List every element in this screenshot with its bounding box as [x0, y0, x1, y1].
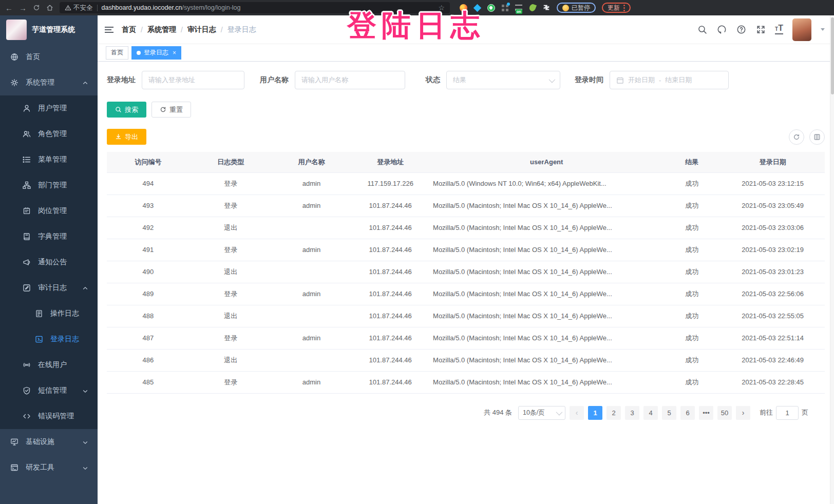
app-logo [6, 20, 27, 40]
sidebar-item-9[interactable]: 审计日志 [0, 275, 98, 301]
sidebar-item-label: 首页 [26, 52, 40, 62]
forward-icon[interactable]: → [19, 4, 27, 12]
breadcrumb-system[interactable]: 系统管理 [147, 25, 176, 34]
address-bar[interactable]: 不安全 dashboard.yudao.iocoder.cn/system/lo… [60, 2, 450, 13]
table-cell: 493 [107, 195, 189, 217]
sidebar-item-2[interactable]: 用户管理 [0, 95, 98, 121]
sidebar-item-5[interactable]: 部门管理 [0, 172, 98, 198]
sidebar-item-label: 字典管理 [38, 232, 67, 241]
infra-icon [10, 438, 18, 446]
status-label: 状态 [426, 75, 440, 85]
column-settings-button[interactable] [809, 129, 825, 145]
blue-diamond-extension-icon[interactable] [473, 4, 481, 12]
status-select[interactable]: 结果 [446, 71, 560, 89]
list-extension-icon[interactable]: on [515, 4, 523, 12]
tag-login-log[interactable]: 登录日志 × [131, 46, 181, 60]
sidebar-item-0[interactable]: 首页 [0, 44, 98, 70]
sidebar-item-10[interactable]: 操作日志 [0, 301, 98, 326]
username-input[interactable]: 请输入用户名称 [295, 71, 405, 89]
table-row: 489登录admin101.87.244.46Mozilla/5.0 (Maci… [107, 283, 825, 305]
app-logo-row[interactable]: 芋道管理系统 [0, 15, 98, 44]
sidebar-item-6[interactable]: 岗位管理 [0, 198, 98, 224]
table-cell: 登录 [189, 239, 272, 261]
page-button-50[interactable]: 50 [717, 406, 732, 420]
not-secure-warning[interactable]: 不安全 [65, 4, 93, 12]
sidebar-item-3[interactable]: 角色管理 [0, 121, 98, 147]
sidebar-menu: 首页系统管理用户管理角色管理菜单管理部门管理岗位管理字典管理通知公告审计日志操作… [0, 44, 98, 480]
sidebar-item-12[interactable]: 在线用户 [0, 352, 98, 378]
goto-page-input[interactable]: 1 [776, 406, 799, 420]
page-size-select[interactable]: 10条/页 [518, 406, 565, 420]
tag-home[interactable]: 首页 [106, 46, 128, 60]
sidebar-item-16[interactable]: 研发工具 [0, 455, 98, 480]
table-cell: Mozilla/5.0 (Macintosh; Intel Mac OS X 1… [430, 283, 663, 305]
search-icon[interactable] [697, 25, 707, 35]
next-page-button[interactable]: › [736, 406, 750, 420]
breadcrumb-separator: / [181, 26, 183, 34]
table-cell: 退出 [189, 217, 272, 239]
sidebar-item-7[interactable]: 字典管理 [0, 224, 98, 249]
breadcrumb-audit[interactable]: 审计日志 [187, 25, 216, 34]
org-tree-icon [23, 181, 31, 189]
page-button-6[interactable]: 6 [680, 406, 695, 420]
page-button-5[interactable]: 5 [662, 406, 676, 420]
sidebar-item-15[interactable]: 基础设施 [0, 429, 98, 455]
date-range-picker[interactable]: 开始日期 - 结束日期 [610, 71, 729, 89]
page-button-1[interactable]: 1 [588, 406, 602, 420]
table-cell: 101.87.244.46 [351, 217, 430, 239]
leaf-extension-icon[interactable] [528, 4, 537, 12]
green-circle-extension-icon[interactable] [487, 4, 495, 12]
fullscreen-icon[interactable] [755, 25, 766, 35]
puzzle-extensions-icon[interactable] [542, 4, 551, 12]
export-button-label: 导出 [125, 132, 138, 142]
grid-extension-icon[interactable] [501, 4, 509, 12]
chevron-up-icon [82, 80, 88, 86]
export-button[interactable]: 导出 [107, 129, 146, 145]
avatar-caret-icon[interactable] [821, 28, 825, 31]
breadcrumb-current: 登录日志 [228, 25, 256, 34]
home-icon[interactable] [46, 4, 53, 11]
breadcrumb-home[interactable]: 首页 [122, 25, 136, 34]
sidebar-item-11[interactable]: 登录日志 [0, 326, 98, 352]
search-form: 登录地址 请输入登录地址 用户名称 请输入用户名称 状态 结果 登录时间 开始日… [107, 71, 829, 89]
extension-row: on [459, 4, 551, 12]
sidebar-item-1[interactable]: 系统管理 [0, 70, 98, 95]
bookmark-star-icon[interactable]: ☆ [438, 4, 445, 12]
page-button-2[interactable]: 2 [606, 406, 621, 420]
scrollbar-thumb[interactable] [831, 17, 834, 94]
back-icon[interactable]: ← [5, 4, 13, 12]
page-button-3[interactable]: 3 [625, 406, 639, 420]
sidebar-item-14[interactable]: 错误码管理 [0, 403, 98, 429]
tag-home-label: 首页 [111, 48, 123, 57]
search-button[interactable]: 搜索 [107, 102, 146, 118]
github-icon[interactable] [716, 25, 727, 35]
sidebar-item-8[interactable]: 通知公告 [0, 249, 98, 275]
help-icon[interactable] [736, 25, 746, 35]
sidebar-toggle-icon[interactable] [105, 27, 113, 33]
table-cell [272, 217, 351, 239]
chevron-down-icon [556, 409, 563, 415]
paused-profile-badge[interactable]: 已暂停 [557, 3, 596, 13]
online-icon [23, 361, 31, 369]
reset-button[interactable]: 重置 [151, 102, 191, 118]
browser-menu-icon[interactable] [623, 5, 625, 11]
refresh-table-button[interactable] [789, 129, 804, 145]
sidebar-item-4[interactable]: 菜单管理 [0, 147, 98, 172]
table-cell: 2021-05-03 23:03:06 [721, 217, 825, 239]
login-address-label: 登录地址 [107, 75, 136, 85]
update-button[interactable]: 更新 [602, 3, 631, 13]
sidebar-item-13[interactable]: 短信管理 [0, 378, 98, 403]
orange-circle-extension-icon[interactable] [459, 4, 467, 12]
columns-icon [813, 133, 821, 141]
login-address-input[interactable]: 请输入登录地址 [142, 71, 244, 89]
prev-page-button[interactable]: ‹ [570, 406, 584, 420]
reload-icon[interactable] [33, 4, 40, 11]
page-button-4[interactable]: 4 [643, 406, 658, 420]
tag-close-icon[interactable]: × [173, 49, 176, 56]
status-placeholder: 结果 [453, 75, 466, 85]
pager-more-button[interactable]: ••• [699, 406, 713, 420]
login-log-icon [35, 335, 43, 343]
user-avatar[interactable] [792, 18, 811, 41]
browser-scrollbar[interactable] [830, 15, 834, 504]
font-size-icon[interactable]: TT [775, 25, 783, 34]
